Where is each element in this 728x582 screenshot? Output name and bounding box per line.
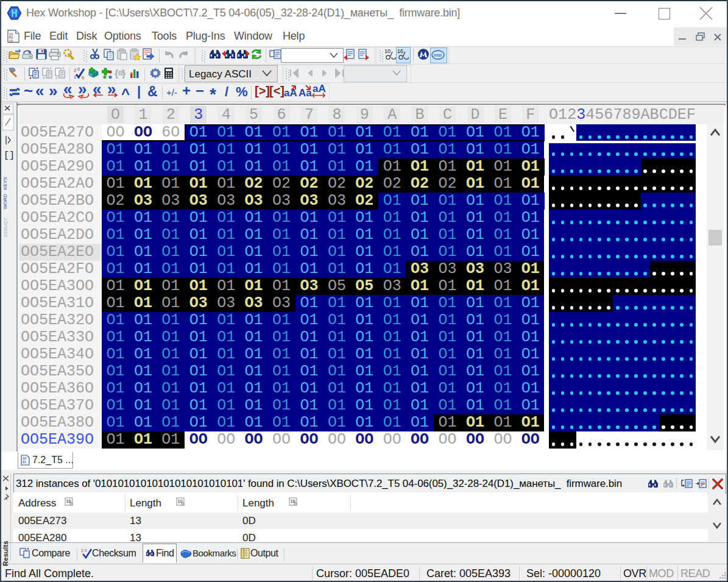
svg-text:01: 01 <box>23 461 26 464</box>
svg-text:1: 1 <box>74 75 76 79</box>
svg-text:16: 16 <box>66 499 71 504</box>
svg-text:16: 16 <box>397 48 403 54</box>
svg-text:2: 2 <box>74 68 77 73</box>
svg-text:10: 10 <box>9 39 13 43</box>
svg-text:0: 0 <box>85 548 87 552</box>
svg-text:2: 2 <box>81 548 83 553</box>
svg-text:intel: intel <box>434 53 442 57</box>
svg-text:6: 6 <box>82 75 85 79</box>
svg-text:10: 10 <box>177 499 182 504</box>
svg-text:16: 16 <box>290 499 295 504</box>
svg-text:0: 0 <box>77 67 80 71</box>
svg-text:{: { <box>115 68 118 79</box>
svg-text:10: 10 <box>384 48 391 54</box>
